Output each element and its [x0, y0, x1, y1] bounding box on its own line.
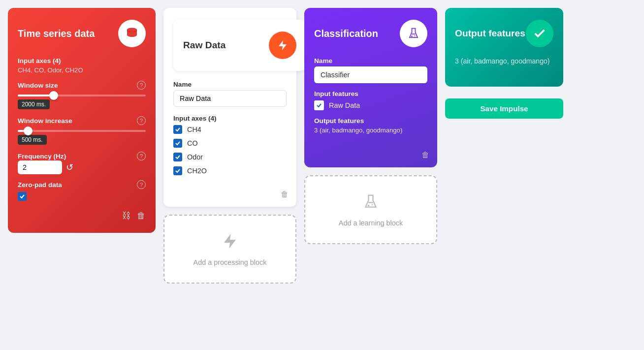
- zeropad-checkbox[interactable]: [18, 192, 27, 201]
- right-middle-col: Classification Name Input features: [304, 8, 437, 244]
- window-size-slider-thumb[interactable]: [49, 91, 58, 100]
- window-increase-help-icon[interactable]: ?: [137, 116, 146, 125]
- raw-data-delete-icon[interactable]: 🗑: [281, 190, 289, 199]
- odor-check-icon: [175, 154, 181, 160]
- window-increase-row: Window increase ?: [18, 116, 146, 125]
- raw-data-card: Raw Data Name Input axes (4) CH4: [163, 8, 296, 207]
- ch4-checkbox[interactable]: [173, 125, 182, 134]
- classification-title: Classification: [314, 28, 378, 39]
- input-axes-value: CH4, CO, Odor, CH2O: [18, 66, 146, 74]
- ch4-check-icon: [175, 127, 181, 132]
- frequency-help-icon[interactable]: ?: [137, 152, 146, 160]
- add-learning-block-card[interactable]: Add a learning block: [304, 175, 437, 244]
- frequency-input[interactable]: [18, 160, 62, 174]
- classification-icon-circle: [400, 20, 427, 47]
- frequency-row: Frequency (Hz) ?: [18, 152, 146, 160]
- zeropad-label: Zero-pad data: [18, 181, 62, 189]
- ts-card-header: Time series data: [18, 20, 146, 47]
- frequency-label: Frequency (Hz): [18, 153, 66, 160]
- bolt-icon: [277, 39, 289, 51]
- window-increase-slider-thumb[interactable]: [24, 127, 32, 135]
- raw-data-name-input[interactable]: [173, 90, 287, 107]
- co-checkbox[interactable]: [173, 139, 182, 148]
- raw-data-feature-item: Raw Data: [314, 100, 427, 110]
- output-features-card: Output features 3 (air, badmango, goodma…: [445, 8, 563, 87]
- output-check-circle: [526, 20, 553, 47]
- time-series-card: Time series data Input axes (4) CH4, CO,…: [8, 8, 156, 233]
- add-learning-flask-icon: [362, 193, 380, 214]
- raw-data-axes-label: Input axes (4): [173, 115, 287, 122]
- window-size-slider-track[interactable]: [18, 95, 146, 96]
- svg-point-4: [411, 35, 413, 37]
- learning-flask-icon: [362, 193, 380, 211]
- raw-data-ch2o-item: CH2O: [173, 166, 287, 175]
- middle-col: Raw Data Name Input axes (4) CH4: [163, 8, 296, 284]
- add-processing-block-card[interactable]: Add a processing block: [163, 215, 296, 284]
- window-size-row: Window size ?: [18, 81, 146, 90]
- svg-point-6: [368, 204, 370, 206]
- classification-name-input[interactable]: [314, 66, 427, 83]
- add-learning-label: Add a learning block: [339, 219, 403, 227]
- raw-data-name-label: Name: [173, 81, 287, 88]
- zeropad-help-icon[interactable]: ?: [137, 180, 146, 189]
- raw-data-odor-item: Odor: [173, 153, 287, 161]
- window-size-help-icon[interactable]: ?: [137, 81, 146, 90]
- ts-icon-circle: [118, 20, 146, 47]
- raw-data-header: Raw Data: [173, 20, 306, 71]
- window-size-value: 2000 ms.: [18, 99, 50, 109]
- input-axes-label: Input axes (4): [18, 57, 146, 64]
- classification-delete-icon[interactable]: 🗑: [421, 151, 429, 159]
- window-increase-value: 500 ms.: [18, 135, 47, 145]
- raw-data-axes-list: CH4 CO Odor: [173, 125, 287, 175]
- frequency-input-row: ↺: [18, 160, 146, 174]
- output-features-label: Output features: [314, 117, 427, 125]
- svg-marker-3: [224, 234, 236, 249]
- svg-marker-2: [279, 40, 287, 50]
- raw-data-co-item: CO: [173, 139, 287, 148]
- co-label: CO: [187, 139, 198, 147]
- raw-data-feature-check-icon: [316, 102, 322, 108]
- ch2o-checkbox[interactable]: [173, 166, 182, 175]
- raw-data-title: Raw Data: [183, 40, 225, 51]
- classification-header: Classification: [314, 20, 427, 47]
- raw-data-icon-circle: [269, 32, 296, 59]
- output-col: Output features 3 (air, badmango, goodma…: [445, 8, 563, 119]
- output-title: Output features: [455, 28, 525, 39]
- svg-point-7: [372, 204, 373, 205]
- odor-checkbox[interactable]: [173, 153, 182, 161]
- ts-title: Time series data: [18, 28, 95, 39]
- output-features-value: 3 (air, badmango, goodmango): [314, 127, 427, 134]
- zeropad-check-icon: [19, 193, 25, 199]
- refresh-icon[interactable]: ↺: [66, 162, 73, 173]
- svg-point-5: [414, 35, 415, 36]
- window-size-slider-fill: [18, 95, 54, 96]
- output-value: 3 (air, badmango, goodmango): [455, 57, 553, 65]
- save-impulse-button[interactable]: Save Impulse: [445, 98, 563, 119]
- processing-bolt-icon: [221, 232, 239, 250]
- check-icon: [533, 27, 547, 40]
- ch2o-check-icon: [175, 168, 181, 174]
- window-increase-container: Window increase ? 500 ms.: [18, 116, 146, 145]
- input-features-list: Raw Data: [314, 100, 427, 110]
- odor-label: Odor: [187, 153, 203, 161]
- window-increase-label: Window increase: [18, 117, 72, 125]
- add-processing-label: Add a processing block: [193, 258, 267, 266]
- window-size-container: Window size ? 2000 ms.: [18, 81, 146, 109]
- raw-data-feature-label: Raw Data: [329, 101, 360, 109]
- flask-icon: [407, 27, 420, 40]
- database-icon: [125, 26, 139, 41]
- zeropad-checkbox-row: [18, 192, 146, 201]
- window-increase-slider-track[interactable]: [18, 130, 146, 132]
- output-header: Output features: [455, 20, 553, 47]
- trash-icon[interactable]: 🗑: [137, 211, 146, 221]
- raw-data-feature-checkbox[interactable]: [314, 100, 324, 110]
- co-check-icon: [175, 140, 181, 146]
- zeropad-row: Zero-pad data ?: [18, 180, 146, 189]
- ts-card-footer: ⛓ 🗑: [18, 211, 146, 221]
- add-processing-bolt-icon: [221, 232, 239, 254]
- link-icon[interactable]: ⛓: [122, 211, 131, 221]
- window-size-label: Window size: [18, 82, 58, 89]
- raw-data-ch4-item: CH4: [173, 125, 287, 134]
- classification-name-label: Name: [314, 57, 427, 64]
- input-features-label: Input features: [314, 90, 427, 97]
